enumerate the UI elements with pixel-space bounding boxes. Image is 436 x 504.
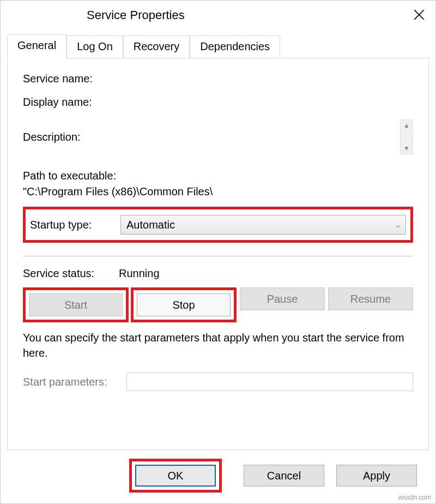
start-parameters-input[interactable] — [126, 373, 413, 391]
watermark: wsxdn.com — [398, 494, 431, 501]
start-parameters-row: Start parameters: — [23, 373, 413, 391]
stop-button[interactable]: Stop — [137, 293, 231, 316]
divider — [23, 256, 413, 256]
resume-button[interactable]: Resume — [328, 287, 413, 310]
start-parameters-label: Start parameters: — [23, 376, 126, 388]
start-button[interactable]: Start — [29, 293, 123, 316]
startup-type-row: Startup type: Automatic ⌵ — [23, 207, 413, 243]
tab-strip: General Log On Recovery Dependencies — [1, 34, 435, 58]
service-control-buttons: Start Stop Pause Resume — [23, 287, 413, 322]
ok-button[interactable]: OK — [135, 465, 216, 487]
tab-general[interactable]: General — [7, 34, 66, 58]
description-row: Description: ▲ ▼ — [23, 119, 413, 154]
service-status-value: Running — [119, 267, 413, 280]
tab-panel-general: Service name: Display name: Description:… — [7, 58, 429, 450]
display-name-row: Display name: — [23, 96, 413, 109]
stop-highlight: Stop — [131, 287, 237, 322]
chevron-down-icon: ⌵ — [396, 220, 400, 229]
service-status-row: Service status: Running — [23, 267, 413, 280]
service-name-label: Service name: — [23, 73, 120, 85]
tab-logon[interactable]: Log On — [66, 35, 123, 58]
cancel-button[interactable]: Cancel — [244, 465, 324, 487]
service-name-row: Service name: — [23, 73, 413, 85]
pause-button[interactable]: Pause — [240, 287, 325, 310]
close-icon — [414, 9, 425, 20]
path-block: Path to executable: "C:\Program Files (x… — [23, 170, 413, 198]
tab-dependencies[interactable]: Dependencies — [190, 35, 280, 58]
path-value: "C:\Program Files (x86)\Common Files\ — [23, 185, 413, 198]
startup-type-select[interactable]: Automatic ⌵ — [120, 215, 406, 235]
apply-button[interactable]: Apply — [336, 465, 417, 487]
window-title: Service Properties — [87, 8, 185, 22]
scroll-down-icon: ▼ — [403, 145, 410, 152]
description-label: Description: — [23, 131, 120, 143]
service-status-label: Service status: — [23, 267, 119, 280]
scroll-up-icon: ▲ — [403, 122, 410, 129]
display-name-label: Display name: — [23, 96, 120, 109]
service-properties-dialog: Service Properties General Log On Recove… — [0, 0, 436, 504]
close-button[interactable] — [410, 6, 428, 23]
titlebar: Service Properties — [1, 1, 435, 30]
help-text: You can specify the start parameters tha… — [23, 330, 413, 361]
description-scrollbar[interactable]: ▲ ▼ — [400, 119, 413, 154]
path-label: Path to executable: — [23, 170, 413, 182]
ok-highlight: OK — [129, 459, 222, 493]
startup-type-label: Startup type: — [30, 219, 120, 231]
dialog-footer: OK Cancel Apply — [1, 450, 435, 503]
start-highlight: Start — [23, 287, 129, 322]
tab-recovery[interactable]: Recovery — [123, 35, 190, 58]
startup-type-value: Automatic — [126, 219, 175, 231]
